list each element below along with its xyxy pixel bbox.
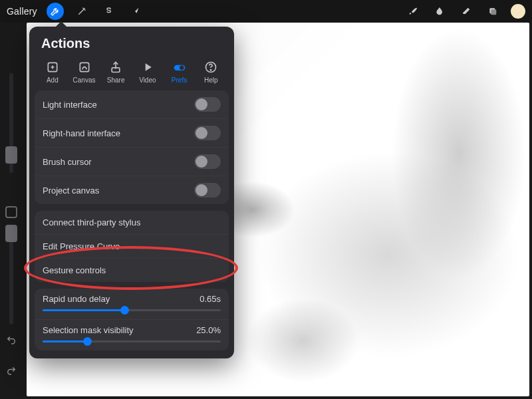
pref-right-hand-interface[interactable]: Right-hand interface — [35, 118, 229, 147]
eraser-icon[interactable] — [458, 3, 475, 20]
redo-icon[interactable] — [5, 364, 17, 379]
transform-arrow-icon[interactable] — [126, 3, 144, 20]
layers-icon[interactable] — [484, 3, 501, 20]
tab-video[interactable]: Video — [134, 61, 162, 84]
row-label: Rapid undo delay — [43, 294, 110, 304]
tab-help[interactable]: Help — [197, 61, 225, 84]
slider-fill — [43, 340, 87, 342]
tab-label: Share — [107, 76, 125, 84]
svg-point-6 — [180, 66, 184, 70]
slider-knob[interactable] — [83, 337, 92, 346]
tab-label: Add — [47, 76, 59, 84]
pref-gesture-controls[interactable]: Gesture controls — [35, 258, 229, 282]
slider-track[interactable] — [43, 340, 221, 342]
toggle-switch[interactable] — [194, 183, 221, 198]
toggle-switch[interactable] — [194, 97, 221, 112]
brush-opacity-thumb[interactable] — [5, 225, 17, 242]
brush-opacity-slider[interactable] — [9, 225, 13, 325]
adjustments-wand-icon[interactable] — [73, 3, 90, 20]
row-label: Light interface — [43, 100, 97, 110]
tab-add[interactable]: Add — [39, 61, 66, 84]
tab-label: Prefs — [172, 76, 187, 84]
brush-size-slider[interactable] — [9, 73, 13, 173]
side-slider-rail — [4, 73, 19, 326]
pref-connect-stylus[interactable]: Connect third-party stylus — [35, 211, 229, 234]
pref-brush-cursor[interactable]: Brush cursor — [35, 147, 229, 176]
svg-rect-1 — [491, 9, 496, 15]
tab-label: Help — [204, 76, 218, 84]
undo-icon[interactable] — [5, 334, 17, 348]
smudge-icon[interactable] — [431, 3, 448, 20]
prefs-slider-section: Rapid undo delay 0.65s Selection mask vi… — [35, 289, 229, 350]
pref-project-canvas[interactable]: Project canvas — [35, 176, 229, 204]
toggle-switch[interactable] — [194, 154, 221, 169]
row-label: Selection mask visibility — [43, 325, 134, 335]
pref-light-interface[interactable]: Light interface — [35, 90, 229, 118]
slider-fill — [43, 309, 124, 311]
actions-popover: Actions Add Canvas Share Video Prefs Hel… — [29, 27, 234, 358]
pref-edit-pressure-curve[interactable]: Edit Pressure Curve — [35, 234, 229, 258]
row-label: Edit Pressure Curve — [43, 241, 120, 251]
tab-prefs[interactable]: Prefs — [166, 61, 194, 84]
row-label: Project canvas — [43, 186, 99, 196]
tab-label: Canvas — [73, 76, 96, 84]
prefs-toggle-section: Light interface Right-hand interface Bru… — [35, 90, 229, 204]
pref-selection-mask-visibility[interactable]: Selection mask visibility 25.0% — [35, 319, 229, 350]
actions-wrench-icon[interactable] — [47, 3, 64, 20]
popover-title: Actions — [29, 27, 234, 58]
selection-s-icon[interactable] — [100, 3, 117, 20]
tab-share[interactable]: Share — [102, 61, 130, 84]
row-label: Connect third-party stylus — [43, 217, 140, 227]
row-label: Right-hand interface — [43, 128, 120, 138]
toggle-switch[interactable] — [194, 126, 221, 140]
pref-rapid-undo-delay[interactable]: Rapid undo delay 0.65s — [35, 289, 229, 319]
row-value: 0.65s — [200, 294, 221, 304]
prefs-link-section: Connect third-party stylus Edit Pressure… — [35, 211, 229, 282]
brush-icon[interactable] — [404, 3, 422, 20]
brush-size-thumb[interactable] — [5, 146, 17, 164]
row-label: Gesture controls — [43, 265, 106, 275]
popover-tab-bar: Add Canvas Share Video Prefs Help — [29, 58, 234, 90]
tab-canvas[interactable]: Canvas — [70, 61, 98, 84]
color-picker-icon[interactable] — [511, 4, 525, 19]
svg-point-8 — [211, 70, 211, 70]
row-value: 25.0% — [196, 325, 221, 335]
row-label: Brush cursor — [43, 157, 92, 167]
slider-knob[interactable] — [120, 306, 129, 315]
tab-label: Video — [139, 76, 156, 84]
slider-track[interactable] — [43, 309, 221, 311]
top-toolbar: Gallery — [0, 0, 532, 23]
gallery-button[interactable]: Gallery — [7, 6, 37, 17]
modify-button[interactable] — [5, 206, 17, 218]
